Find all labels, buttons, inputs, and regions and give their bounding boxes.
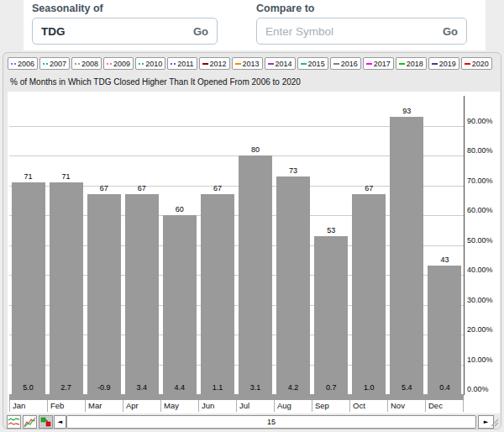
bar-value-label: 71 xyxy=(47,172,85,181)
bar-avg-change-label: 5.0 xyxy=(9,383,47,392)
bar-value-label: 67 xyxy=(198,184,236,192)
compare-label: Compare to xyxy=(256,3,467,14)
y-tick-label: 60.00% xyxy=(467,206,502,214)
bar-quote-icon[interactable] xyxy=(39,415,53,429)
legend-item-2012[interactable]: 2012 xyxy=(199,57,230,70)
scrollbar-value: 15 xyxy=(267,418,276,426)
legend-item-2011[interactable]: 2011 xyxy=(167,57,197,70)
bar-value-label: 67 xyxy=(123,184,160,192)
bar-avg-change-label: 1.1 xyxy=(198,383,236,392)
bar-avg-change-label: 1.0 xyxy=(350,383,388,392)
month-label-row: JanFebMarAprMayJunJulAugSepOctNovDec xyxy=(9,400,464,412)
dash-marker-icon xyxy=(235,63,241,65)
legend-item-2009[interactable]: 2009 xyxy=(103,57,134,70)
compare-field-group: Compare to Go xyxy=(256,3,467,45)
bar-avg-change-label: 0.4 xyxy=(426,383,464,392)
bar xyxy=(276,176,310,394)
bar-column-Sep: 530.7 xyxy=(312,92,350,394)
legend-year-label: 2013 xyxy=(243,60,260,68)
left-arrow-glyph: ◄ xyxy=(58,419,62,425)
month-label-Mar: Mar xyxy=(85,400,123,412)
legend-item-2006[interactable]: 2006 xyxy=(8,57,38,70)
month-label-Aug: Aug xyxy=(274,400,312,412)
seasonality-symbol-box: Go xyxy=(32,18,218,45)
legend-item-2015[interactable]: 2015 xyxy=(297,57,328,70)
bar-value-label: 80 xyxy=(237,145,275,154)
legend-item-2020[interactable]: 2020 xyxy=(461,57,492,70)
bar-value-label: 60 xyxy=(160,205,198,213)
dash-marker-icon xyxy=(202,63,208,65)
month-label-Dec: Dec xyxy=(425,400,464,412)
performance-line-icon[interactable] xyxy=(23,415,37,429)
legend-year-label: 2018 xyxy=(407,60,423,68)
bar-value-label: 73 xyxy=(275,166,312,175)
bar-value-label: 67 xyxy=(350,184,388,192)
chart-controls: ◄ 15 ► xyxy=(3,415,501,429)
bar-column-Apr: 673.4 xyxy=(123,92,160,394)
resize-grip-icon[interactable] xyxy=(489,417,499,427)
bar-value-label: 93 xyxy=(388,107,426,115)
dash-marker-icon xyxy=(465,63,470,65)
dash-marker-icon xyxy=(366,63,372,65)
month-label-Jul: Jul xyxy=(236,400,274,412)
y-tick-label: 40.00% xyxy=(467,266,502,274)
bar xyxy=(50,182,83,394)
dash-marker-icon xyxy=(333,63,339,65)
legend-item-2014[interactable]: 2014 xyxy=(265,57,296,70)
dash-marker-icon xyxy=(432,63,438,65)
compare-go-button[interactable]: Go xyxy=(443,25,458,38)
bar-avg-change-label: 5.4 xyxy=(388,383,426,392)
dash-marker-icon xyxy=(268,63,274,65)
bar-column-Jan: 715.0 xyxy=(9,92,47,394)
legend-year-label: 2011 xyxy=(177,60,193,68)
bar xyxy=(390,117,423,394)
legend-item-2013[interactable]: 2013 xyxy=(232,57,263,70)
seasonality-go-button[interactable]: Go xyxy=(193,25,208,38)
y-tick-label: 80.00% xyxy=(467,146,502,155)
scrollbar-left-arrow[interactable]: ◄ xyxy=(54,415,66,429)
legend-year-label: 2015 xyxy=(308,60,325,68)
bar-avg-change-label: -0.9 xyxy=(85,383,123,392)
scrollbar-thumb[interactable]: 15 xyxy=(66,415,476,429)
plot-area: 715.0712.767-0.9673.4604.4671.1803.1734.… xyxy=(9,92,464,412)
bar-value-label: 43 xyxy=(426,256,464,264)
legend-year-label: 2017 xyxy=(374,60,391,68)
bar-value-label: 71 xyxy=(9,172,47,181)
seasonality-symbol-input[interactable] xyxy=(41,25,193,38)
legend-year-label: 2016 xyxy=(341,60,358,68)
legend-year-label: 2014 xyxy=(276,60,292,68)
bar xyxy=(163,215,197,394)
bar xyxy=(239,155,272,394)
legend-year-label: 2010 xyxy=(145,60,162,68)
y-tick-label: 10.00% xyxy=(467,356,502,364)
y-axis-line xyxy=(464,96,465,395)
compare-lines-icon[interactable] xyxy=(7,415,21,429)
legend-item-2016[interactable]: 2016 xyxy=(330,57,361,70)
legend-year-label: 2008 xyxy=(81,60,98,68)
bar-avg-change-label: 4.2 xyxy=(275,383,312,392)
legend-item-2019[interactable]: 2019 xyxy=(428,57,459,70)
bar-value-label: 53 xyxy=(312,226,350,234)
month-label-Nov: Nov xyxy=(387,400,425,412)
dash-marker-icon xyxy=(301,63,307,65)
legend-item-2007[interactable]: 2007 xyxy=(39,57,70,70)
year-legend: 2006200720082009201020112012201320142015… xyxy=(8,57,492,70)
x-axis-baseline xyxy=(9,394,464,400)
bar xyxy=(201,194,234,394)
legend-item-2017[interactable]: 2017 xyxy=(363,57,394,70)
legend-year-label: 2009 xyxy=(113,60,130,68)
seasonality-chart-panel: 2006200720082009201020112012201320142015… xyxy=(3,52,501,429)
legend-year-label: 2012 xyxy=(210,60,227,68)
y-tick-label: 20.00% xyxy=(467,325,502,334)
legend-item-2008[interactable]: 2008 xyxy=(71,57,102,70)
month-label-Feb: Feb xyxy=(47,400,85,412)
y-tick-label: 30.00% xyxy=(467,296,502,304)
legend-item-2018[interactable]: 2018 xyxy=(396,57,427,70)
bar xyxy=(428,266,461,394)
dotted-marker-icon xyxy=(107,63,108,65)
compare-symbol-input[interactable] xyxy=(265,25,443,38)
bar-column-Oct: 671.0 xyxy=(350,92,388,394)
symbol-form-card: Seasonality of Go Compare to Go xyxy=(24,0,486,50)
legend-item-2010[interactable]: 2010 xyxy=(135,57,165,70)
chart-title: % of Months in Which TDG Closed Higher T… xyxy=(10,77,301,87)
